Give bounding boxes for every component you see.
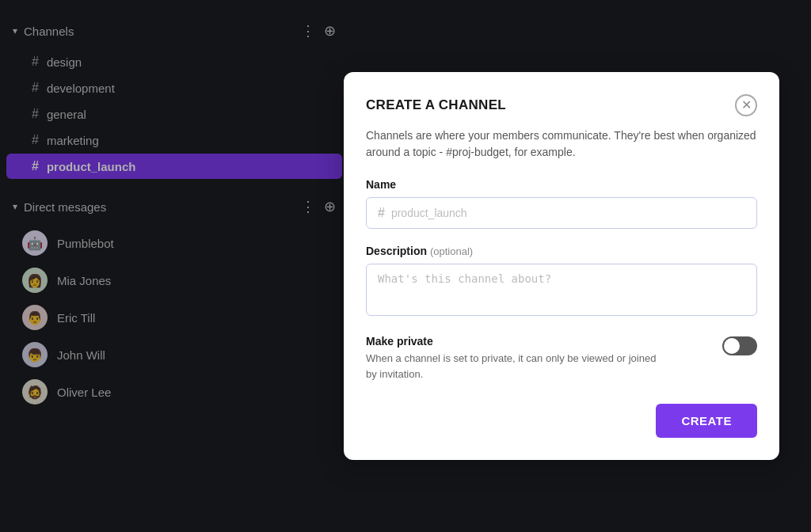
name-input-wrapper: # — [366, 197, 757, 229]
make-private-text: Make private When a channel is set to pr… — [366, 335, 667, 382]
description-input[interactable] — [378, 272, 745, 304]
name-input[interactable] — [391, 207, 745, 219]
make-private-toggle[interactable] — [722, 336, 757, 355]
dialog-header: CREATE A CHANNEL ✕ — [366, 94, 757, 116]
dialog-description: Channels are where your members communic… — [366, 127, 757, 161]
dialog-title: CREATE A CHANNEL — [366, 97, 506, 113]
create-button[interactable]: CREATE — [656, 404, 757, 438]
create-channel-dialog: CREATE A CHANNEL ✕ Channels are where yo… — [344, 72, 779, 460]
app-container: ▾ Channels ⋮ ⊕ # design # development # … — [0, 0, 811, 532]
make-private-section: Make private When a channel is set to pr… — [366, 335, 757, 382]
description-label: Description (optional) — [366, 245, 757, 257]
make-private-title: Make private — [366, 335, 667, 348]
dialog-footer: CREATE — [366, 404, 757, 438]
name-label: Name — [366, 178, 757, 191]
name-hash-icon: # — [378, 206, 385, 220]
close-button[interactable]: ✕ — [735, 94, 757, 116]
dialog-overlay: CREATE A CHANNEL ✕ Channels are where yo… — [0, 0, 811, 532]
description-input-wrapper — [366, 264, 757, 316]
make-private-description: When a channel is set to private, it can… — [366, 351, 667, 382]
make-private-row: Make private When a channel is set to pr… — [366, 335, 757, 382]
optional-label: (optional) — [430, 245, 473, 257]
